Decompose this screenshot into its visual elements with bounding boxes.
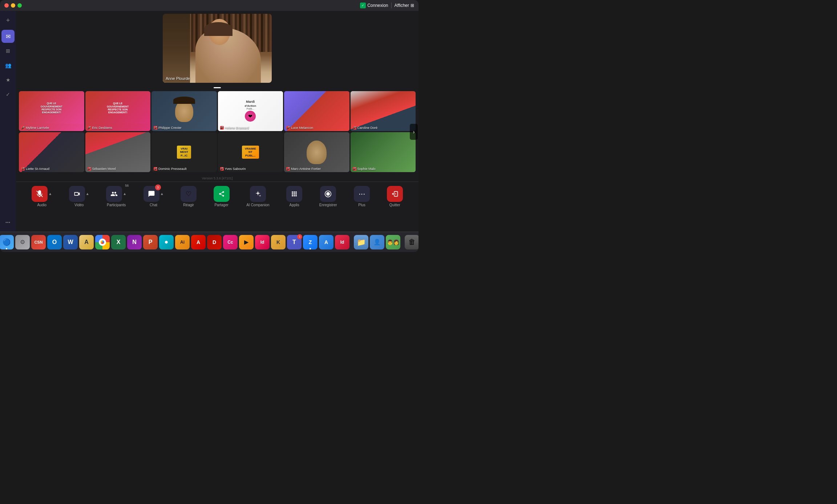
dock-item-excel[interactable]: X: [111, 235, 126, 249]
participants-icon: [110, 190, 118, 198]
dock-item-creativecloud[interactable]: Cc: [223, 235, 238, 249]
trash-icon: 🗑: [408, 238, 416, 246]
sidebar-item-calendar[interactable]: ⊞: [1, 44, 15, 57]
vpn-icon: ▶: [244, 239, 248, 245]
toolbar-group-applis: Applis: [286, 186, 302, 207]
dock-item-outlook[interactable]: O: [47, 235, 62, 249]
sidebar-item-tasks[interactable]: ✓: [1, 88, 15, 101]
adobedc-icon: D: [213, 239, 216, 245]
participants-button[interactable]: 56: [106, 186, 122, 202]
chat-button[interactable]: 3: [143, 186, 159, 202]
finder-icon: 🔵: [3, 238, 11, 246]
ai-companion-button[interactable]: [250, 186, 266, 202]
dock-item-keynote[interactable]: K: [271, 235, 286, 249]
dock-item-chrome[interactable]: [95, 235, 110, 249]
mute-icon-caroline: 🎤: [353, 126, 356, 130]
participant-tile-philippe[interactable]: 🎤 Philippe Crevier: [151, 91, 217, 131]
dock-item-familysharing[interactable]: 👨‍👩: [386, 235, 400, 249]
participant-tile-eric[interactable]: QUE LEGOUVERNEMENTRESPECTE SONENGAGEMENT…: [85, 91, 151, 131]
dock-item-illustrator[interactable]: Ai: [175, 235, 190, 249]
dock-item-adobedc[interactable]: D: [207, 235, 222, 249]
participant-tile-caroline[interactable]: 🎤 Caroline Doré: [351, 91, 416, 131]
plus-button[interactable]: ···: [354, 186, 370, 202]
participant-tile-dominic[interactable]: VRAIMENTP...IC 🎤 Dominic Presseault: [151, 132, 217, 172]
chat-label: Chat: [150, 203, 157, 207]
zoom-icon: Z: [309, 239, 312, 245]
participant-tile-sophie[interactable]: 🎤 Sophie Malo: [351, 132, 416, 172]
participant-tile-sebastien[interactable]: 🎤 Sébastien Morel: [85, 132, 151, 172]
enregistrer-button[interactable]: [320, 186, 336, 202]
dock-item-contacts[interactable]: 👤: [370, 235, 384, 249]
dock-item-powerpoint[interactable]: P: [143, 235, 158, 249]
close-button[interactable]: [4, 3, 9, 8]
chat-caret[interactable]: ▲: [160, 192, 164, 196]
plus-label: Plus: [358, 203, 365, 207]
dock-item-onenote[interactable]: N: [127, 235, 142, 249]
participant-tile-luce[interactable]: 🎤 Luce Melancon: [284, 91, 349, 131]
quitter-button[interactable]: [387, 186, 403, 202]
sidebar-item-mail[interactable]: ✉: [1, 30, 15, 43]
audio-button[interactable]: [32, 186, 48, 202]
scroll-right-button[interactable]: ›: [410, 124, 418, 140]
main-speaker-label: Anne Plourde: [166, 76, 190, 81]
mute-icon-dominic: 🎤: [154, 167, 157, 171]
toolbar-group-ai: AI Companion: [246, 186, 269, 207]
video-caret[interactable]: ▲: [86, 192, 89, 196]
audio-caret[interactable]: ▲: [48, 192, 52, 196]
fontbook-icon: A: [84, 239, 89, 245]
participant-name-liette: 🎤 Liette St-Arnaud: [21, 167, 49, 171]
participant-name-dominic: 🎤 Dominic Presseault: [154, 167, 187, 171]
dock-item-indesign2[interactable]: Id: [335, 235, 349, 249]
main-video: Anne Plourde: [163, 14, 272, 83]
dock-item-acrobat[interactable]: A: [191, 235, 206, 249]
participant-tile-yves[interactable]: VRAIMENTPUBL... 🎤 Yves Sabourin: [218, 132, 283, 172]
grid-row-1: QUE LEGOUVERNEMENTRESPECTE SONENGAGEMENT…: [19, 91, 416, 131]
dock-item-teams[interactable]: T 1: [287, 235, 302, 249]
reagir-button[interactable]: ♡: [181, 186, 197, 202]
teams-icon: T: [292, 239, 296, 245]
version-text: Version 5.3.6 [47101]: [16, 174, 418, 182]
participant-tile-mylene[interactable]: QUE LEGOUVERNEMENTRESPECTE SONENGAGEMENT…: [19, 91, 84, 131]
heart-icon: ♡: [186, 190, 191, 198]
dock-item-indesign[interactable]: Id: [255, 235, 270, 249]
keynote-icon: K: [276, 239, 280, 245]
minimize-button[interactable]: [11, 3, 15, 8]
dock-item-appstore[interactable]: A: [319, 235, 333, 249]
maximize-button[interactable]: [17, 3, 22, 8]
dock-item-csn[interactable]: CSN: [31, 235, 46, 249]
participant-tile-liette[interactable]: 🎤 Liette St-Arnaud: [19, 132, 84, 172]
toolbar-group-participants: 56 ▲ Participants: [106, 186, 126, 207]
dock-item-trash[interactable]: 🗑: [405, 235, 418, 249]
applis-button[interactable]: [286, 186, 302, 202]
sidebar-item-add[interactable]: +: [1, 14, 15, 27]
svg-point-1: [326, 192, 330, 196]
sidebar-item-more[interactable]: •••: [1, 216, 15, 229]
connexion-button[interactable]: ✓ Connexion: [360, 3, 388, 8]
partager-button[interactable]: [214, 186, 230, 202]
toolbar-group-partager: Partager: [214, 186, 230, 207]
video-button[interactable]: [69, 186, 85, 202]
dock-item-connecteam[interactable]: ●: [159, 235, 174, 249]
toolbar-group-plus: ··· Plus: [354, 186, 370, 207]
settings-icon: ⚙: [20, 239, 25, 245]
page-dot-1[interactable]: [214, 87, 221, 88]
dock-item-zoom[interactable]: Z: [303, 235, 318, 249]
contacts-icon: 👥: [5, 62, 11, 68]
main-speaker-area: Anne Plourde: [16, 11, 418, 86]
participant-tile-marc[interactable]: 🎤 Marc-Antoine Fortier: [284, 132, 349, 172]
dock-item-word[interactable]: W: [63, 235, 78, 249]
dock-item-finder[interactable]: 🔵: [0, 235, 14, 249]
sidebar-item-starred[interactable]: ★: [1, 73, 15, 86]
sidebar-item-contacts[interactable]: 👥: [1, 59, 15, 72]
participant-name-helene: 🎤 Helene Brassard: [220, 126, 249, 130]
mute-icon-philippe: 🎤: [154, 126, 157, 130]
participants-caret[interactable]: ▲: [123, 192, 126, 196]
mute-icon-sophie: 🎤: [353, 167, 356, 171]
dock-item-fontbook[interactable]: A: [79, 235, 94, 249]
dock-item-folder[interactable]: 📁: [354, 235, 368, 249]
contacts-dock-icon: 👤: [373, 239, 381, 245]
dock-item-settings[interactable]: ⚙: [15, 235, 30, 249]
participant-tile-helene[interactable]: Mardi d'Action Politi... ❤ 🎤: [218, 91, 283, 131]
dock-item-vpn[interactable]: ▶: [239, 235, 254, 249]
afficher-button[interactable]: Afficher ⊞: [395, 3, 414, 8]
